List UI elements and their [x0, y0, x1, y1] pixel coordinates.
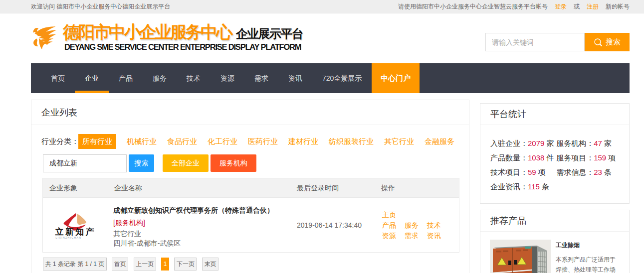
category-food[interactable]: 食品行业	[167, 137, 197, 145]
page-current[interactable]: 1	[161, 258, 169, 271]
header: 德阳市中小企业服务中心企业展示平台 DEYANG SME SERVICE CEN…	[0, 13, 644, 63]
header-search-button[interactable]: 搜索	[585, 33, 630, 51]
stat-products-count: 1038	[528, 153, 544, 162]
stat-enterprises-count: 2079	[528, 139, 544, 147]
keyword-input[interactable]	[485, 33, 585, 51]
industry-filter-label: 行业分类：	[41, 137, 79, 145]
product-name[interactable]: 工业除烟	[556, 242, 618, 248]
recommended-products-title: 推荐产品	[480, 210, 629, 232]
op-news[interactable]: 资讯	[427, 232, 441, 240]
nav-item-demands[interactable]: 需求	[244, 63, 278, 93]
category-medicine[interactable]: 医药行业	[248, 137, 278, 145]
stat-tech-count: 59	[528, 168, 536, 176]
category-building[interactable]: 建材行业	[288, 137, 318, 145]
service-agencies-button[interactable]: 服务机构	[211, 154, 256, 172]
svg-text:LIXINZHICHAN: LIXINZHICHAN	[56, 236, 82, 239]
company-industry: 其它行业	[113, 230, 290, 237]
stat-agencies-count: 47	[594, 139, 602, 147]
category-chemical[interactable]: 化工行业	[208, 137, 237, 145]
table-header: 企业形象 企业名称 最后登录时间 操作	[43, 178, 459, 198]
platform-stats-title: 平台统计	[480, 104, 629, 125]
page-last[interactable]: 末页	[202, 258, 218, 271]
category-other[interactable]: 其它行业	[384, 137, 414, 145]
nav-item-enterprise[interactable]: 企业	[75, 63, 109, 93]
nav-item-news[interactable]: 资讯	[278, 63, 312, 93]
company-location: 四川省-成都市-武侯区	[113, 240, 290, 247]
topbar-account: 请使用德阳市中小企业服务中心企业智慧云服务平台帐号登录或注册新的帐号	[398, 0, 630, 13]
op-products[interactable]: 产品	[382, 221, 396, 229]
register-link[interactable]: 注册	[587, 3, 599, 10]
stats-body: 入驻企业：2079 家 服务机构：47 家 产品数量：1038 件 服务项目：1…	[480, 125, 629, 194]
op-demands[interactable]: 需求	[405, 232, 419, 240]
login-link[interactable]: 登录	[555, 3, 567, 10]
category-all-active[interactable]: 所有行业	[78, 134, 116, 149]
company-tag: [服务机构]	[113, 219, 290, 226]
main-nav: 首页 企业 产品 服务 技术 资源 需求 资讯 720全景展示 中心门户	[31, 63, 630, 93]
stat-news-count: 115	[528, 182, 540, 191]
enterprise-table: 企业形象 企业名称 最后登录时间 操作 立新知产 LIXINZHICHAN 成都	[42, 178, 459, 253]
site-title: 德阳市中小企业服务中心企业展示平台	[63, 22, 303, 42]
col-header-image: 企业形象	[43, 178, 108, 197]
enterprise-list-panel: 企业列表 行业分类：所有行业机械行业食品行业化工行业医药行业建材行业纺织服装行业…	[31, 100, 469, 273]
stat-row: 企业资讯：115 条	[490, 179, 629, 194]
phoenix-logo-icon	[31, 25, 57, 50]
product-info: 工业除烟 本系列产品广泛适用于焊接、热处理等工作场	[556, 242, 618, 273]
op-resources[interactable]: 资源	[382, 232, 396, 240]
company-logo-cell: 立新知产 LIXINZHICHAN	[43, 198, 108, 252]
table-row: 立新知产 LIXINZHICHAN 成都立新致创知识产权代理事务所（特殊普通合伙…	[43, 198, 459, 252]
product-image[interactable]	[490, 240, 551, 273]
nav-item-center-portal[interactable]: 中心门户	[372, 63, 420, 93]
or-text: 或	[574, 3, 580, 10]
recommended-products-panel: 推荐产品	[480, 210, 630, 273]
col-header-name: 企业名称	[108, 178, 290, 197]
site-title-en: DEYANG SME SERVICE CENTER ENTERPRISE DIS…	[64, 42, 301, 52]
op-homepage[interactable]: 主页	[382, 211, 396, 219]
stat-row: 产品数量：1038 件 服务项目：159 项	[490, 150, 629, 165]
site-title-suffix: 企业展示平台	[236, 27, 303, 40]
product-description: 本系列产品广泛适用于焊接、热处理等工作场	[556, 255, 618, 273]
col-header-ops: 操作	[375, 178, 459, 197]
header-search: 搜索	[485, 33, 630, 51]
category-finance[interactable]: 金融服务	[425, 137, 454, 145]
nav-item-resources[interactable]: 资源	[211, 63, 244, 93]
company-name[interactable]: 成都立新致创知识产权代理事务所（特殊普通合伙）	[113, 207, 290, 214]
platform-stats-panel: 平台统计 入驻企业：2079 家 服务机构：47 家 产品数量：1038 件 服…	[480, 103, 630, 204]
page-first[interactable]: 首页	[112, 258, 128, 271]
company-logo[interactable]: 立新知产 LIXINZHICHAN	[54, 207, 96, 243]
nav-item-products[interactable]: 产品	[109, 63, 143, 93]
industry-filter: 行业分类：所有行业机械行业食品行业化工行业医药行业建材行业纺织服装行业其它行业金…	[41, 134, 454, 149]
nav-item-technology[interactable]: 技术	[177, 63, 211, 93]
svg-text:立新知产: 立新知产	[55, 227, 96, 237]
stat-demands-count: 23	[594, 168, 602, 176]
page-next[interactable]: 下一页	[174, 258, 197, 271]
op-technology[interactable]: 技术	[427, 221, 441, 229]
list-search-button[interactable]: 搜索	[129, 154, 154, 172]
enterprise-list-title: 企业列表	[31, 100, 469, 125]
account-hint: 请使用德阳市中小企业服务中心企业智慧云服务平台帐号	[398, 3, 548, 10]
category-textile[interactable]: 纺织服装行业	[329, 137, 374, 145]
pagination: 共 1 条记录 第 1 / 1 页 首页 上一页 1 下一页 末页	[43, 258, 223, 271]
topbar: 欢迎访问 德阳市中小企业服务中心德阳企业展示平台 请使用德阳市中小企业服务中心企…	[0, 0, 644, 13]
company-info-cell: 成都立新致创知识产权代理事务所（特殊普通合伙） [服务机构] 其它行业 四川省-…	[108, 198, 290, 252]
site-title-cn: 德阳市中小企业服务中心	[63, 22, 231, 41]
stat-row: 技术项目：59 项 需求信息：23 条	[490, 165, 629, 179]
welcome-text: 欢迎访问 德阳市中小企业服务中心德阳企业展示平台	[31, 0, 170, 13]
company-search-input[interactable]	[43, 154, 127, 172]
page-info: 共 1 条记录 第 1 / 1 页	[43, 258, 107, 271]
nav-item-720-panorama[interactable]: 720全景展示	[312, 63, 372, 93]
nav-item-services[interactable]: 服务	[143, 63, 177, 93]
stat-row: 入驻企业：2079 家 服务机构：47 家	[490, 136, 629, 150]
stat-services-count: 159	[594, 153, 606, 162]
category-machinery[interactable]: 机械行业	[127, 137, 157, 145]
new-account-text: 新的帐号	[606, 3, 630, 10]
last-login-cell: 2019-06-14 17:34:40	[290, 198, 375, 252]
nav-item-home[interactable]: 首页	[41, 63, 75, 93]
page-prev[interactable]: 上一页	[134, 258, 156, 271]
all-enterprises-button[interactable]: 全部企业	[163, 154, 209, 172]
ops-cell: 主页 产品服务技术 资源需求资讯	[375, 198, 459, 252]
page: 欢迎访问 德阳市中小企业服务中心德阳企业展示平台 请使用德阳市中小企业服务中心企…	[0, 0, 644, 273]
op-services[interactable]: 服务	[405, 221, 419, 229]
search-icon	[594, 38, 603, 47]
col-header-lastlogin: 最后登录时间	[290, 178, 375, 197]
